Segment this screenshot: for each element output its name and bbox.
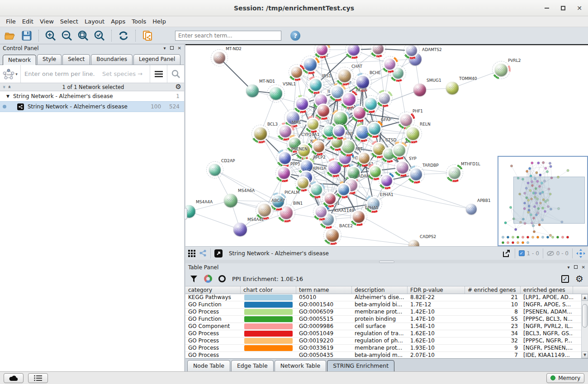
node[interactable] bbox=[381, 175, 392, 186]
save-session-button[interactable] bbox=[20, 29, 33, 42]
collapse-triangle-icon[interactable]: ▼ bbox=[6, 94, 9, 98]
node-APLP1[interactable] bbox=[316, 206, 327, 217]
menu-apps[interactable]: Apps bbox=[108, 17, 128, 26]
tab-legend-panel[interactable]: Legend Panel bbox=[133, 54, 180, 65]
select-columns-icon[interactable]: ✓ bbox=[561, 275, 569, 283]
node[interactable] bbox=[348, 44, 360, 56]
birdseye-viewport-rect[interactable] bbox=[513, 177, 585, 224]
node-SMUG1[interactable] bbox=[413, 84, 426, 96]
column-header-term-name[interactable]: term name bbox=[296, 286, 352, 294]
tab-node-table[interactable]: Node Table bbox=[187, 360, 230, 371]
cloud-button[interactable] bbox=[4, 373, 24, 383]
node-CHAT[interactable] bbox=[338, 70, 351, 82]
node[interactable] bbox=[298, 178, 308, 188]
node[interactable] bbox=[384, 59, 395, 70]
node-PVRL2[interactable] bbox=[495, 64, 507, 76]
scroll-up-arrow[interactable]: ▲ bbox=[582, 294, 588, 301]
node-GAB2[interactable] bbox=[304, 58, 317, 71]
node[interactable] bbox=[308, 119, 318, 130]
table-row[interactable]: GO ProcessGO:0006509membrane prot...1.42… bbox=[185, 309, 588, 316]
menu-edit[interactable]: Edit bbox=[19, 17, 37, 26]
zoom-fit-button[interactable] bbox=[76, 29, 90, 42]
node-PSENEN[interactable] bbox=[279, 152, 291, 164]
menu-select[interactable]: Select bbox=[57, 17, 81, 26]
node-IRS1[interactable] bbox=[310, 79, 322, 91]
filter-icon[interactable] bbox=[190, 275, 198, 283]
zoom-selected-button[interactable] bbox=[93, 29, 106, 42]
network-row-selected[interactable]: String Network - Alzheimer's disease 100… bbox=[0, 101, 184, 112]
table-row[interactable]: GO ComponentGO:0009986cell surface1.54E-… bbox=[185, 323, 588, 330]
collapse-all-icon[interactable]: » bbox=[6, 85, 12, 89]
column-header-description[interactable]: description bbox=[352, 286, 408, 294]
panel-splitter-handle[interactable] bbox=[184, 208, 187, 220]
menu-file[interactable]: File bbox=[3, 17, 19, 26]
node[interactable] bbox=[318, 105, 329, 117]
maximize-button[interactable] bbox=[560, 5, 566, 11]
menu-help[interactable]: Help bbox=[149, 17, 169, 26]
species-selector[interactable]: Set species → bbox=[102, 70, 146, 77]
column-header-chart-color[interactable]: chart color bbox=[241, 286, 296, 294]
search-input[interactable] bbox=[175, 31, 281, 41]
node-BCL3[interactable] bbox=[254, 127, 267, 140]
table-row[interactable]: GO ProcessGO:0019220regulation of ph...1… bbox=[185, 337, 588, 345]
table-row[interactable]: GO ProcessGO:0051049regulation of tra...… bbox=[185, 330, 588, 337]
float-panel-icon[interactable] bbox=[170, 46, 174, 51]
gear-icon[interactable]: ⚙ bbox=[175, 84, 181, 90]
string-db-selector[interactable]: STRING ▾ bbox=[0, 65, 21, 83]
zoom-in-button[interactable] bbox=[44, 29, 57, 42]
node-ABCA7[interactable] bbox=[258, 204, 271, 216]
tab-network[interactable]: Network bbox=[3, 55, 36, 65]
menu-tools[interactable]: Tools bbox=[128, 17, 149, 26]
node-CD2AP[interactable] bbox=[209, 164, 221, 176]
node-MS4A4E[interactable] bbox=[233, 223, 247, 236]
task-history-button[interactable] bbox=[28, 373, 48, 383]
tab-boundaries[interactable]: Boundaries bbox=[91, 54, 133, 65]
panel-menu-icon[interactable]: ▾ bbox=[164, 46, 166, 51]
share-view-icon[interactable] bbox=[199, 249, 207, 257]
detach-view-icon[interactable] bbox=[214, 249, 223, 258]
node-TARDBP[interactable] bbox=[410, 169, 422, 180]
close-panel-icon[interactable]: ✕ bbox=[582, 265, 585, 270]
node[interactable] bbox=[334, 126, 345, 136]
zoom-out-button[interactable] bbox=[60, 29, 74, 42]
tab-string-enrichment[interactable]: STRING Enrichment bbox=[327, 360, 394, 371]
node-BACE2[interactable] bbox=[326, 229, 339, 242]
refresh-button[interactable] bbox=[117, 29, 130, 42]
grid-mode-icon[interactable] bbox=[188, 250, 195, 257]
table-row[interactable]: GO FunctionGO:0001540beta-amyloid bi...1… bbox=[185, 301, 588, 309]
node-TOMM40[interactable] bbox=[446, 82, 459, 94]
node[interactable] bbox=[365, 98, 377, 110]
clone-network-button[interactable] bbox=[141, 29, 154, 42]
node-EPHA5[interactable] bbox=[353, 211, 365, 223]
table-row[interactable]: GO ProcessGO:0033619membrane prot...1.93… bbox=[185, 345, 588, 352]
node-ACHE[interactable] bbox=[343, 93, 356, 106]
tab-network-table[interactable]: Network Table bbox=[275, 360, 327, 371]
ring-chart-icon[interactable] bbox=[218, 275, 226, 282]
string-search-button[interactable] bbox=[167, 65, 184, 83]
node[interactable] bbox=[291, 67, 302, 78]
memory-button[interactable]: Memory bbox=[546, 373, 584, 383]
network-collection-row[interactable]: ▼ String Network - Alzheimer's disease 1 bbox=[0, 91, 184, 101]
close-button[interactable]: ✕ bbox=[576, 5, 583, 11]
node-RELN[interactable] bbox=[407, 127, 419, 140]
node-MME[interactable] bbox=[280, 126, 291, 137]
minimize-button[interactable] bbox=[544, 5, 550, 11]
node[interactable] bbox=[317, 44, 327, 55]
table-row[interactable]: GO ProcessGO:0050435beta-amyloid m...2.0… bbox=[185, 352, 588, 358]
column-header--enriched-genes[interactable]: # enriched genes bbox=[465, 286, 521, 294]
tab-edge-table[interactable]: Edge Table bbox=[231, 360, 274, 371]
chart-icon[interactable] bbox=[204, 275, 212, 283]
birdseye-toggle-icon[interactable] bbox=[576, 249, 585, 258]
node[interactable] bbox=[313, 141, 324, 152]
node[interactable] bbox=[406, 45, 417, 56]
string-query-input[interactable]: Enter one term per line. Set species → bbox=[21, 70, 150, 77]
panel-menu-icon[interactable]: ▾ bbox=[568, 265, 570, 270]
node-GFAP[interactable] bbox=[369, 123, 380, 135]
node[interactable] bbox=[338, 184, 349, 195]
column-header-enriched-genes[interactable]: enriched genes bbox=[521, 286, 573, 294]
close-panel-icon[interactable]: ✕ bbox=[178, 46, 181, 51]
node[interactable] bbox=[311, 184, 322, 195]
horizontal-splitter[interactable] bbox=[185, 260, 588, 263]
table-row[interactable]: GO FunctionGO:0005515protein binding1.47… bbox=[185, 316, 588, 323]
tab-select[interactable]: Select bbox=[62, 54, 90, 65]
